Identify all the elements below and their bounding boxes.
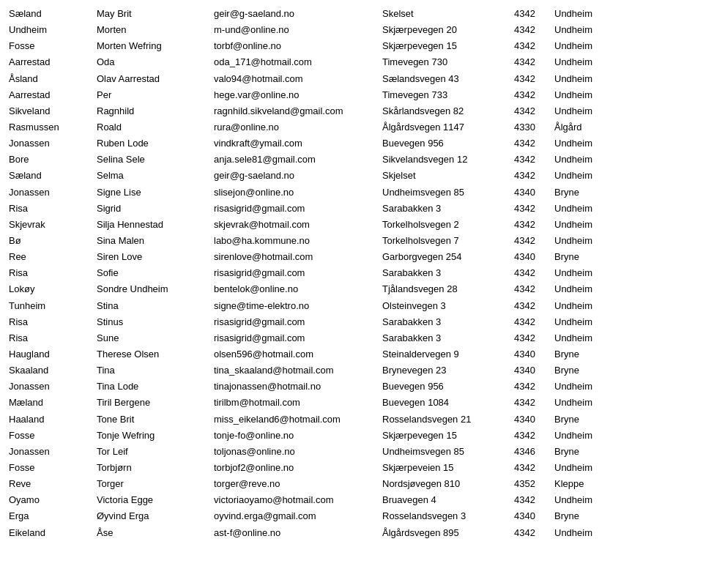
table-cell: 4342 bbox=[514, 493, 554, 507]
table-row: JonassenTor Leiftoljonas@online.noUndhei… bbox=[9, 444, 694, 460]
table-row: HauglandTherese Olsenolsen596@hotmail.co… bbox=[9, 346, 694, 362]
table-cell: Sikvelandsvegen 12 bbox=[382, 152, 514, 167]
table-cell: Skjevrak bbox=[9, 217, 97, 232]
table-cell: torbf@online.no bbox=[214, 39, 382, 53]
table-cell: Buevegen 956 bbox=[382, 379, 514, 394]
table-cell: 4340 bbox=[514, 185, 554, 200]
table-row: SælandSelmageir@g-saeland.noSkjelset4342… bbox=[9, 168, 694, 184]
table-cell: Lokøy bbox=[9, 282, 97, 297]
table-cell: 4342 bbox=[514, 55, 554, 70]
table-cell: Stinus bbox=[97, 315, 214, 330]
table-cell: skjevrak@hotmail.com bbox=[214, 217, 382, 232]
table-cell: Undheim bbox=[554, 428, 613, 443]
table-row: RisaSunerisasigrid@gmail.comSarabakken 3… bbox=[9, 330, 694, 346]
table-cell: 4342 bbox=[514, 72, 554, 86]
table-cell: Bore bbox=[9, 152, 97, 167]
table-cell: vindkraft@ymail.com bbox=[214, 136, 382, 151]
table-cell: geir@g-saeland.no bbox=[214, 7, 382, 21]
table-cell: Sigrid bbox=[97, 201, 214, 216]
table-cell: Tor Leif bbox=[97, 444, 214, 459]
table-cell: miss_eikeland6@hotmail.com bbox=[214, 412, 382, 427]
table-cell: Åse bbox=[97, 526, 214, 540]
table-cell: 4342 bbox=[514, 315, 554, 330]
table-cell: Risa bbox=[9, 201, 97, 216]
table-cell: Steinaldervegen 9 bbox=[382, 347, 514, 362]
table-cell: Torbjørn bbox=[97, 461, 214, 475]
table-cell: Skjærpevegen 15 bbox=[382, 428, 514, 443]
table-row: FosseTorbjørntorbjof2@online.noSkjærpeve… bbox=[9, 460, 694, 476]
table-cell: Selina Sele bbox=[97, 152, 214, 167]
table-cell: Brynevegen 23 bbox=[382, 363, 514, 378]
table-cell: Undheim bbox=[554, 493, 613, 507]
table-cell: Undheim bbox=[554, 282, 613, 297]
table-cell: Fosse bbox=[9, 461, 97, 475]
table-cell: 4340 bbox=[514, 347, 554, 362]
table-cell: torger@reve.no bbox=[214, 477, 382, 491]
table-cell: Sarabakken 3 bbox=[382, 201, 514, 216]
table-cell: olsen596@hotmail.com bbox=[214, 347, 382, 362]
table-cell: Eikeland bbox=[9, 526, 97, 540]
table-row: MælandTiril Bergenetirilbm@hotmail.comBu… bbox=[9, 395, 694, 411]
table-cell: oyvind.erga@gmail.com bbox=[214, 509, 382, 524]
table-cell: slisejon@online.no bbox=[214, 185, 382, 200]
table-cell: risasigrid@gmail.com bbox=[214, 315, 382, 330]
table-cell: 4342 bbox=[514, 234, 554, 248]
table-cell: 4340 bbox=[514, 509, 554, 524]
table-cell: Undheim bbox=[554, 315, 613, 330]
table-cell: Skelset bbox=[382, 7, 514, 21]
table-row: RasmussenRoaldrura@online.noÅlgårdsvegen… bbox=[9, 119, 694, 135]
table-cell: Ålgårdsvegen 1147 bbox=[382, 120, 514, 135]
table-row: ÅslandOlav Aarrestadvalo94@hotmail.comSæ… bbox=[9, 71, 694, 87]
table-cell: Sikveland bbox=[9, 104, 97, 119]
table-row: FosseMorten Wefringtorbf@online.noSkjærp… bbox=[9, 38, 694, 54]
table-cell: Undheim bbox=[554, 234, 613, 248]
table-cell: signe@time-elektro.no bbox=[214, 299, 382, 313]
table-cell: risasigrid@gmail.com bbox=[214, 201, 382, 216]
table-row: JonassenTina Lodetinajonassen@hotmail.no… bbox=[9, 379, 694, 395]
table-cell: victoriaoyamo@hotmail.com bbox=[214, 493, 382, 507]
table-row: AarrestadPerhege.var@online.noTimevegen … bbox=[9, 87, 694, 103]
table-cell: Skjærpevegen 15 bbox=[382, 39, 514, 53]
table-cell: 4342 bbox=[514, 428, 554, 443]
table-cell: ast-f@online.no bbox=[214, 526, 382, 540]
table-row: SælandMay Britgeir@g-saeland.noSkelset43… bbox=[9, 6, 694, 22]
table-cell: 4342 bbox=[514, 7, 554, 21]
table-cell: Tiril Bergene bbox=[97, 395, 214, 410]
table-cell: Aarrestad bbox=[9, 55, 97, 70]
table-cell: Skjærpevegen 20 bbox=[382, 23, 514, 37]
table-cell: 4342 bbox=[514, 201, 554, 216]
table-cell: Sofie bbox=[97, 266, 214, 280]
table-cell: Erga bbox=[9, 509, 97, 524]
table-cell: Buevegen 956 bbox=[382, 136, 514, 151]
table-cell: Sarabakken 3 bbox=[382, 315, 514, 330]
table-cell: Risa bbox=[9, 331, 97, 346]
table-cell: bentelok@online.no bbox=[214, 282, 382, 297]
table-cell: 4342 bbox=[514, 526, 554, 540]
table-cell: Undheim bbox=[554, 136, 613, 151]
table-cell: 4342 bbox=[514, 23, 554, 37]
table-cell: labo@ha.kommune.no bbox=[214, 234, 382, 248]
table-cell: Bryne bbox=[554, 412, 613, 427]
table-cell: Risa bbox=[9, 266, 97, 280]
table-cell: 4340 bbox=[514, 363, 554, 378]
table-cell: Undheim bbox=[554, 7, 613, 21]
table-cell: Kleppe bbox=[554, 477, 613, 491]
table-cell: Reve bbox=[9, 477, 97, 491]
table-cell: rura@online.no bbox=[214, 120, 382, 135]
table-cell: tina_skaaland@hotmail.com bbox=[214, 363, 382, 378]
table-row: TunheimStinasigne@time-elektro.noOlstein… bbox=[9, 298, 694, 314]
table-cell: 4330 bbox=[514, 120, 554, 135]
table-cell: Sarabakken 3 bbox=[382, 266, 514, 280]
table-cell: Undheim bbox=[554, 266, 613, 280]
table-cell: 4342 bbox=[514, 266, 554, 280]
table-cell: 4342 bbox=[514, 395, 554, 410]
table-cell: 4342 bbox=[514, 136, 554, 151]
table-cell: Aarrestad bbox=[9, 88, 97, 103]
table-row: EikelandÅseast-f@online.noÅlgårdsvegen 8… bbox=[9, 525, 694, 541]
table-cell: Sune bbox=[97, 331, 214, 346]
table-cell: Silja Hennestad bbox=[97, 217, 214, 232]
table-cell: Therese Olsen bbox=[97, 347, 214, 362]
table-cell: ragnhild.sikveland@gmail.com bbox=[214, 104, 382, 119]
table-cell: Undheim bbox=[554, 39, 613, 53]
table-cell: 4340 bbox=[514, 412, 554, 427]
